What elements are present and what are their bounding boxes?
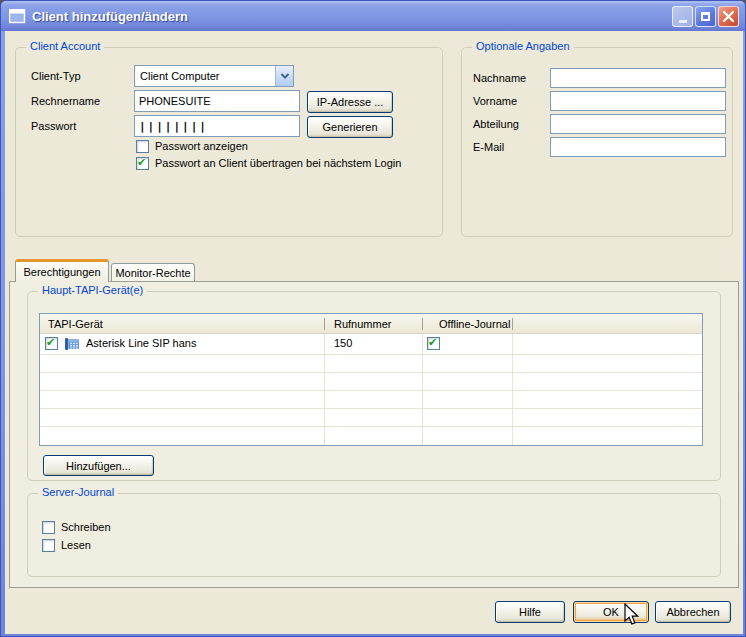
optionale-angaben-group-title: Optionale Angaben — [472, 40, 574, 52]
header-divider — [324, 318, 325, 330]
column-header-rufnummer[interactable]: Rufnummer — [334, 314, 391, 334]
close-button[interactable] — [718, 6, 739, 27]
titlebar-buttons — [672, 6, 739, 27]
offline-journal-checkbox[interactable] — [427, 337, 440, 350]
generieren-button-label: Generieren — [322, 121, 377, 133]
lesen-checkbox[interactable] — [42, 539, 55, 552]
vorname-label: Vorname — [473, 95, 517, 107]
client-typ-label: Client-Typ — [31, 70, 81, 82]
client-typ-value: Client Computer — [135, 70, 275, 82]
device-rufnummer: 150 — [334, 337, 352, 349]
abteilung-label: Abteilung — [473, 118, 519, 130]
client-account-group-title: Client Account — [26, 40, 104, 52]
header-divider — [512, 318, 513, 330]
table-row[interactable]: Asterisk Line SIP hans 150 — [40, 334, 702, 354]
email-input[interactable] — [550, 137, 726, 157]
column-header-tapi-geraet[interactable]: TAPI-Gerät — [48, 314, 103, 334]
schreiben-label: Schreiben — [61, 521, 111, 533]
email-label: E-Mail — [473, 141, 504, 153]
device-enabled-checkbox[interactable] — [45, 337, 58, 350]
minimize-button[interactable] — [672, 6, 693, 27]
window-icon — [9, 9, 26, 24]
row-gridline — [40, 426, 702, 427]
abbrechen-button[interactable]: Abbrechen — [655, 601, 731, 623]
generieren-button[interactable]: Generieren — [307, 116, 393, 138]
tapi-table[interactable]: TAPI-Gerät Rufnummer Offline-Journal — [39, 313, 703, 446]
server-journal-group-title: Server-Journal — [38, 486, 118, 498]
dialog-window: Client hinzufügen/ändern Client Account … — [0, 0, 746, 637]
row-gridline — [40, 408, 702, 409]
passwort-uebertragen-label: Passwort an Client übertragen bei nächst… — [155, 157, 401, 169]
nachname-input[interactable] — [550, 68, 726, 88]
haupt-tapi-group-title: Haupt-TAPI-Gerät(e) — [38, 284, 147, 296]
tapi-table-header[interactable]: TAPI-Gerät Rufnummer Offline-Journal — [40, 314, 702, 334]
titlebar[interactable]: Client hinzufügen/ändern — [1, 1, 745, 31]
row-gridline — [40, 372, 702, 373]
passwort-anzeigen-checkbox[interactable] — [136, 140, 149, 153]
abteilung-input[interactable] — [550, 114, 726, 134]
ip-adresse-button[interactable]: IP-Adresse ... — [307, 91, 393, 113]
lesen-label: Lesen — [61, 539, 91, 551]
passwort-anzeigen-label: Passwort anzeigen — [155, 140, 248, 152]
abbrechen-button-label: Abbrechen — [666, 606, 719, 618]
passwort-uebertragen-checkbox[interactable] — [136, 157, 149, 170]
ip-adresse-button-label: IP-Adresse ... — [317, 96, 384, 108]
vorname-input[interactable] — [550, 91, 726, 111]
ok-button-label: OK — [603, 606, 619, 618]
tab-berechtigungen[interactable]: Berechtigungen — [15, 259, 109, 282]
row-gridline — [40, 354, 702, 355]
nachname-label: Nachname — [473, 72, 526, 84]
client-typ-select[interactable]: Client Computer — [134, 65, 294, 87]
rechnername-input[interactable] — [134, 90, 300, 112]
row-gridline — [40, 390, 702, 391]
close-icon — [723, 11, 734, 22]
hilfe-button-label: Hilfe — [519, 606, 541, 618]
passwort-label: Passwort — [31, 120, 76, 132]
haupt-tapi-group: Haupt-TAPI-Gerät(e) TAPI-Gerät Rufnummer… — [27, 291, 721, 481]
ok-button[interactable]: OK — [573, 601, 649, 623]
server-journal-group: Server-Journal Schreiben Lesen — [27, 493, 721, 577]
hilfe-button[interactable]: Hilfe — [495, 601, 565, 623]
maximize-button[interactable] — [695, 6, 716, 27]
chevron-down-icon[interactable] — [275, 66, 293, 86]
schreiben-checkbox[interactable] — [42, 521, 55, 534]
tab-berechtigungen-label: Berechtigungen — [23, 266, 100, 278]
window-title: Client hinzufügen/ändern — [32, 9, 672, 24]
column-header-offline-journal[interactable]: Offline-Journal — [439, 314, 510, 334]
minimize-icon — [679, 20, 687, 23]
maximize-icon — [701, 12, 710, 21]
tab-monitor-rechte[interactable]: Monitor-Rechte — [111, 263, 195, 282]
dialog-body: Client Account Client-Typ Client Compute… — [5, 31, 743, 634]
passwort-input[interactable] — [134, 115, 300, 137]
header-divider — [422, 318, 423, 330]
tab-monitor-rechte-label: Monitor-Rechte — [115, 267, 190, 279]
hinzufuegen-button-label: Hinzufügen... — [66, 460, 131, 472]
rechnername-label: Rechnername — [31, 95, 100, 107]
hinzufuegen-button[interactable]: Hinzufügen... — [43, 455, 154, 476]
device-name: Asterisk Line SIP hans — [86, 337, 196, 349]
phone-device-icon — [64, 336, 80, 352]
